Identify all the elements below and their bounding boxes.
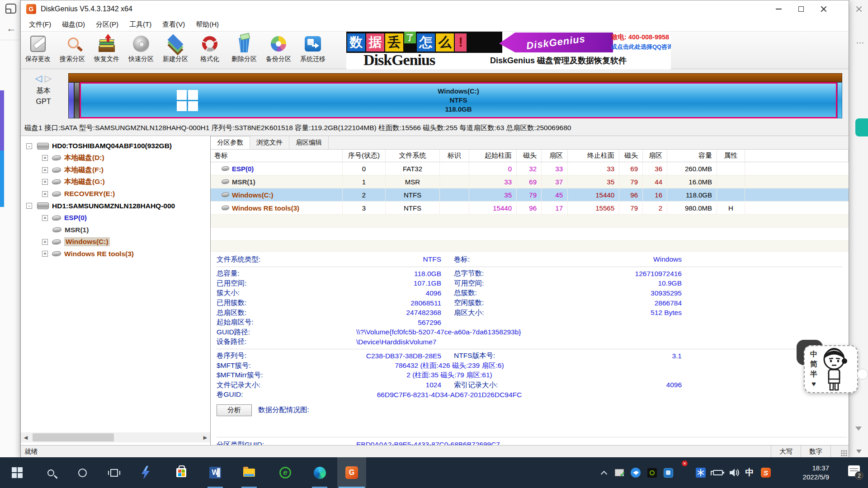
expander-icon[interactable]: + [42, 179, 48, 185]
taskbar-clock[interactable]: 18:37 2022/5/9 [803, 457, 829, 488]
tray-defender[interactable]: ✕ [676, 457, 693, 488]
widget-side-button[interactable] [857, 369, 868, 380]
taskbar-search-button[interactable] [40, 457, 61, 488]
word-button[interactable]: W [204, 457, 226, 488]
delete-partition-button[interactable]: 删除分区 [227, 32, 261, 69]
expander-icon[interactable]: + [42, 239, 48, 245]
tray-volume[interactable] [726, 457, 742, 488]
table-row-windows-re-tools[interactable]: Windows RE tools(3) 3 NTFS 15440 96 17 1… [211, 202, 849, 215]
task-view-button[interactable] [103, 457, 125, 488]
header-capacity[interactable]: 容量 [667, 150, 717, 162]
menu-view[interactable]: 查看(V) [157, 19, 190, 31]
menu-disk[interactable]: 磁盘(D) [57, 19, 90, 31]
tab-browse-files[interactable]: 浏览文件 [250, 136, 289, 149]
maximize-button[interactable] [790, 0, 812, 18]
teal-sidebar-tab[interactable] [855, 118, 868, 136]
header-index-status[interactable]: 序号(状态) [343, 150, 386, 162]
header-start-sector[interactable]: 扇区 [542, 150, 568, 162]
header-end-head[interactable]: 磁头 [619, 150, 643, 162]
scroll-left-icon[interactable]: ◀ [21, 432, 31, 442]
save-changes-button[interactable]: 保存更改 [21, 32, 55, 69]
header-start-cylinder[interactable]: 起始柱面 [469, 150, 517, 162]
cortana-button[interactable] [71, 457, 93, 488]
resize-grip[interactable] [830, 446, 849, 458]
tree-item-recovery-e[interactable]: +RECOVERY(E:) [21, 188, 210, 200]
tray-power[interactable] [710, 457, 726, 488]
tab-partition-parameters[interactable]: 分区参数 [211, 136, 250, 149]
background-close-icon[interactable] [855, 5, 863, 13]
format-button[interactable]: 格式化 [193, 32, 227, 69]
collapse-icon[interactable] [856, 450, 862, 453]
start-button[interactable] [6, 457, 28, 488]
tree-item-msr[interactable]: MSR(1) [21, 224, 210, 236]
tray-nvidia[interactable] [644, 457, 660, 488]
tray-expand-button[interactable] [596, 457, 612, 488]
expander-icon[interactable]: + [42, 191, 48, 197]
tree-item-local-g[interactable]: +本地磁盘(G:) [21, 176, 210, 188]
edge-button[interactable] [309, 457, 330, 488]
restore-window-icon[interactable] [5, 4, 16, 14]
disk-strip[interactable] [68, 73, 842, 82]
tree-item-windows-c[interactable]: +Windows(C:) [21, 236, 210, 248]
header-filesystem[interactable]: 文件系统 [386, 150, 440, 162]
menu-partition[interactable]: 分区(P) [90, 19, 124, 31]
menu-file[interactable]: 文件(F) [24, 19, 57, 31]
new-partition-button[interactable]: 新建分区 [158, 32, 193, 69]
header-flag[interactable]: 标识 [440, 150, 469, 162]
partition-msr-slice[interactable] [74, 82, 80, 118]
scroll-right-icon[interactable]: ▶ [200, 432, 210, 442]
action-center-button[interactable]: 2 [848, 465, 860, 476]
expander-icon[interactable]: - [26, 203, 32, 209]
expander-icon[interactable]: + [42, 155, 48, 161]
analyze-button[interactable]: 分析 [217, 404, 252, 416]
backup-partition-button[interactable]: 备份分区 [261, 32, 296, 69]
header-attribute[interactable]: 属性 [717, 150, 745, 162]
header-volume-label[interactable]: 卷标 [211, 150, 343, 162]
close-button[interactable] [812, 0, 835, 18]
ad-banner[interactable]: 数 据 丢 了 怎 么 ! DiskGenius 致电: 400-008-995… [346, 32, 671, 69]
tab-sector-edit[interactable]: 扇区编辑 [289, 136, 329, 149]
internet-explorer-button[interactable]: e [274, 457, 296, 488]
table-row-windows-c-selected[interactable]: Windows(C:) 2 NTFS 35 79 45 15440 96 16 … [211, 188, 849, 202]
tray-dingtalk[interactable] [627, 457, 644, 488]
partition-windows-c-selected[interactable]: Windows(C:) NTFS 118.0GB [80, 82, 837, 118]
partition-re-tools-slice[interactable] [837, 82, 842, 118]
table-row-esp[interactable]: ESP(0) 0 FAT32 0 32 33 33 69 36 260.0MB [211, 162, 849, 175]
tree-item-windows-re-tools[interactable]: +Windows RE tools(3) [21, 248, 210, 260]
expander-icon[interactable]: + [42, 167, 48, 173]
tree-item-local-d[interactable]: +本地磁盘(D:) [21, 152, 210, 164]
pinned-app-button[interactable] [135, 457, 156, 488]
file-explorer-button[interactable] [238, 457, 260, 488]
tree-horizontal-scrollbar[interactable]: ◀ ▶ [21, 432, 210, 442]
expander-icon[interactable]: - [26, 143, 32, 149]
tree-item-hd1[interactable]: -HD1:SAMSUNGMZNLN128HAHQ-000 [21, 200, 210, 212]
ime-floating-widget[interactable]: 中 简 半 ♥ [804, 345, 858, 393]
tree-item-hd0[interactable]: -HD0:TOSHIBAMQ04ABF100(932GB) [21, 140, 210, 152]
quick-partition-button[interactable]: 快速分区 [124, 32, 158, 69]
tray-intel[interactable] [660, 457, 676, 488]
expander-icon[interactable]: + [42, 251, 48, 257]
menu-tools[interactable]: 工具(T) [124, 19, 157, 31]
recover-files-button[interactable]: 恢复文件 [90, 32, 124, 69]
tray-ime[interactable]: 中 [741, 457, 758, 488]
back-arrow-icon[interactable]: ← [6, 23, 16, 34]
prev-disk-icon[interactable]: ◁ [35, 73, 42, 83]
tree-item-local-f[interactable]: +本地磁盘(F:) [21, 164, 210, 176]
ad-qq-link[interactable]: 或点击此处选择QQ咨询 [611, 43, 669, 51]
search-partition-button[interactable]: 搜索分区 [55, 32, 90, 69]
diskgenius-taskbar-active[interactable]: G [337, 457, 366, 488]
header-end-cylinder[interactable]: 终止柱面 [568, 150, 619, 162]
scroll-down-icon[interactable] [855, 427, 862, 431]
minimize-button[interactable] [767, 0, 790, 18]
menu-help[interactable]: 帮助(H) [190, 19, 224, 31]
more-options-icon[interactable]: ... [856, 36, 864, 46]
system-migration-button[interactable]: 系统迁移 [296, 32, 330, 69]
table-row-msr[interactable]: MSR(1) 1 MSR 33 69 37 35 79 44 16.0MB [211, 175, 849, 188]
header-end-sector[interactable]: 扇区 [643, 150, 667, 162]
tree-item-esp[interactable]: +ESP(0) [21, 212, 210, 224]
next-disk-icon[interactable]: ▷ [45, 73, 52, 83]
partition-esp-slice[interactable] [68, 82, 74, 118]
scrollbar-thumb[interactable] [33, 433, 114, 441]
tray-update-app[interactable]: ✓ [611, 457, 627, 488]
tray-snowflake-app[interactable] [693, 457, 709, 488]
